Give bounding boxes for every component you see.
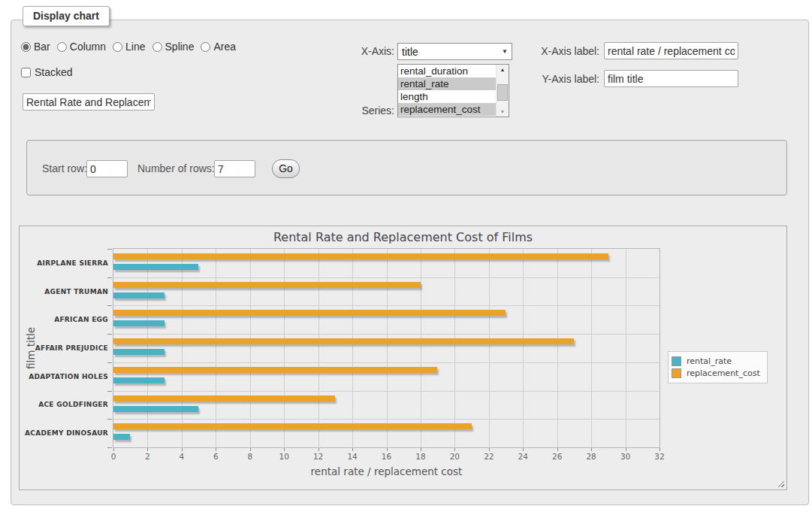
x-tick-label: 22 [478,452,500,461]
y-tick-mark [107,447,112,448]
scroll-down-icon[interactable]: ▼ [497,107,509,117]
series-option-length[interactable]: length [398,90,496,103]
start-row-input[interactable] [86,160,128,177]
listbox-scrollbar[interactable]: ▲ ▼ [496,65,509,117]
bar-rental_rate [113,406,198,412]
x-tick-mark [557,448,558,451]
x-tick-label: 4 [171,452,193,461]
series-listbox[interactable]: ▲ ▼ rental_durationrental_ratelengthrepl… [397,64,509,117]
dropdown-arrow-icon: ▼ [502,48,508,55]
chart-type-option-spline[interactable]: Spline [152,41,195,53]
series-option-rental_rate[interactable]: rental_rate [398,77,496,90]
x-tick-label: 20 [443,452,466,461]
y-category-label: AGENT TRUMAN [20,288,108,295]
stacked-checkbox-row[interactable]: Stacked [21,66,73,78]
go-button[interactable]: Go [272,159,300,178]
radio-label: Column [70,41,106,53]
chart-type-option-area[interactable]: Area [201,41,236,53]
x-tick-label: 14 [341,452,364,461]
gridline-h [113,277,660,278]
radio-spline[interactable] [152,42,162,52]
y-tick-mark [107,277,112,278]
radio-column[interactable] [57,42,67,52]
series-select-label: Series: [323,105,394,117]
gridline-v [557,249,558,447]
y-tick-mark [107,419,112,420]
series-option-replacement_cost[interactable]: replacement_cost [398,103,496,116]
x-tick-mark [216,448,216,451]
gridline-v [147,249,148,447]
y-tick-mark [107,249,112,250]
x-tick-label: 26 [546,452,569,461]
y-tick-mark [107,305,112,306]
x-axis-label-input[interactable] [604,42,738,59]
y-category-label: ACE GOLDFINGER [20,401,108,408]
bar-rental_rate [113,349,165,355]
gridline-h [113,362,660,363]
x-tick-mark [147,448,148,451]
x-tick-mark [660,448,660,451]
bar-replacement_cost [113,282,421,288]
chart-type-option-column[interactable]: Column [57,41,106,53]
x-tick-mark [352,448,353,451]
x-tick-mark [250,448,251,451]
x-tick-label: 28 [580,452,602,461]
chart-title-input[interactable] [23,93,155,111]
gridline-h [113,305,660,306]
bar-rental_rate [113,264,198,270]
bar-replacement_cost [113,253,608,259]
x-axis-label-caption: X-Axis label: [526,45,599,57]
gridline-v [216,249,216,447]
gridline-h [113,419,660,420]
chart-title: Rental Rate and Replacement Cost of Film… [20,230,786,244]
gridline-h [113,391,660,392]
x-tick-label: 12 [307,452,330,461]
series-option-rental_duration[interactable]: rental_duration [398,65,496,77]
y-category-label: ACADEMY DINOSAUR [20,429,108,437]
gridline-v [591,249,592,447]
radio-label: Spline [165,41,195,53]
gridline-v [318,249,319,447]
radio-line[interactable] [113,42,122,52]
x-tick-label: 10 [273,452,295,461]
x-tick-mark [523,448,524,451]
chart-type-option-line[interactable]: Line [113,41,145,53]
y-tick-mark [107,334,112,335]
chart-type-option-bar[interactable]: Bar [21,41,50,53]
plot-grid [113,248,660,448]
y-category-label: AIRPLANE SIERRA [20,259,108,267]
radio-area[interactable] [201,42,210,52]
y-tick-mark [107,362,112,363]
bar-rental_rate [113,434,130,440]
scroll-up-icon[interactable]: ▲ [497,65,509,74]
bar-rental_rate [113,292,165,298]
y-category-label: ADAPTATION HOLES [20,373,108,380]
radio-bar[interactable] [21,42,31,52]
gridline-v [250,249,251,447]
chart-type-radiogroup: BarColumnLineSplineArea [21,41,236,53]
gridline-v [387,249,388,447]
x-axis-select-label: X-Axis: [323,45,394,57]
bar-replacement_cost [113,423,472,429]
x-tick-mark [454,448,455,451]
fieldset-legend: Display chart [23,6,110,26]
bar-replacement_cost [113,395,335,401]
gridline-v [489,249,490,447]
x-tick-mark [591,448,592,451]
scrollbar-thumb[interactable] [497,84,508,101]
x-tick-label: 24 [512,452,534,461]
y-axis-label-input[interactable] [604,70,738,87]
start-row-label: Start row: [42,162,87,174]
legend-label: rental_rate [687,356,732,366]
legend-item: replacement_cost [672,368,760,378]
x-axis-select[interactable]: title ▼ [397,43,512,60]
gridline-v [454,249,455,447]
num-rows-input[interactable] [214,160,255,177]
resize-handle-icon[interactable] [776,479,784,487]
x-tick-label: 8 [239,452,261,461]
num-rows-label: Number of rows: [137,162,215,174]
x-tick-mark [626,448,626,451]
y-tick-mark [107,391,112,392]
stacked-checkbox[interactable] [21,68,31,77]
stacked-label: Stacked [35,66,73,78]
